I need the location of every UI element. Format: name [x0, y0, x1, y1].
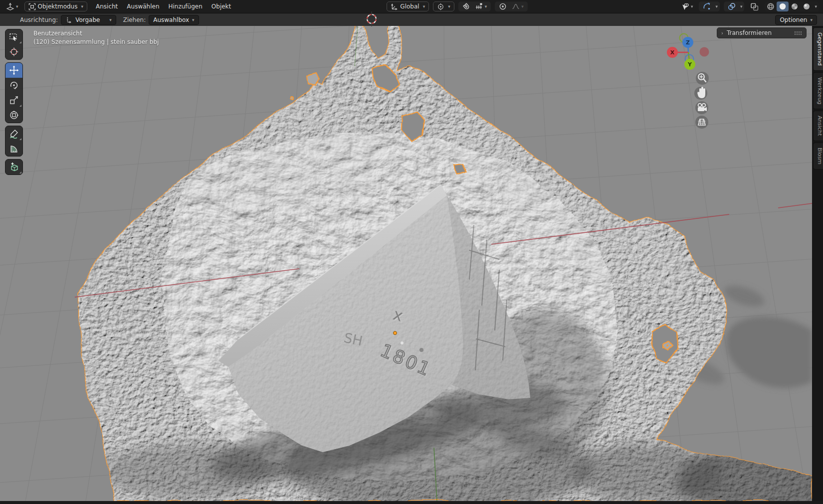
- drag-action-dropdown[interactable]: Auswahlbox ▾: [149, 15, 199, 25]
- tab-werkzeug[interactable]: Werkzeug: [813, 72, 823, 109]
- proportional-edit-group: ▾: [495, 1, 528, 11]
- orientation-preset-icon: [65, 16, 72, 23]
- add-cube-icon: [9, 162, 19, 172]
- chevron-down-icon: ▾: [192, 17, 195, 22]
- shading-mode-group: ▾: [765, 1, 819, 11]
- show-object-types-dropdown[interactable]: ▾: [679, 1, 695, 12]
- tool-scale[interactable]: [5, 93, 22, 108]
- orientation-label: Ausrichtung:: [20, 16, 58, 23]
- proportional-edit-icon: [499, 2, 507, 10]
- orientation-preset-value: Vorgabe: [75, 16, 106, 23]
- magnet-icon: [462, 2, 470, 10]
- menu-auswaehlen[interactable]: Auswählen: [122, 1, 164, 11]
- menu-hinzufuegen[interactable]: Hinzufügen: [164, 1, 207, 11]
- select-box-icon: [9, 32, 19, 42]
- gizmos-toggle[interactable]: [701, 1, 713, 11]
- blender-window: { "header": { "mode_label": "Objektmodus…: [0, 0, 823, 504]
- orientation-preset-dropdown[interactable]: Vorgabe ▾: [61, 15, 116, 25]
- camera-view-button[interactable]: [695, 101, 708, 114]
- overlays-icon: [728, 2, 736, 10]
- viewport-canvas[interactable]: x x SH 1801 1801 Z X Y: [0, 26, 823, 501]
- gizmo-label-y: Y: [687, 61, 692, 68]
- gizmo-label-z: Z: [686, 39, 690, 46]
- drag-action-value: Auswahlbox: [153, 16, 189, 23]
- cursor-3d: [362, 9, 381, 28]
- chevron-down-icon: ▾: [715, 4, 718, 9]
- orientation-axes-icon: [391, 3, 398, 10]
- wireframe-sphere-icon: [767, 2, 775, 10]
- cursor-tool-icon: [9, 47, 19, 57]
- transform-panel-header[interactable]: › Transformieren: [717, 27, 807, 38]
- zoom-button[interactable]: [696, 72, 709, 85]
- tool-select-box[interactable]: [5, 29, 22, 44]
- options-dropdown[interactable]: Optionen ▾: [775, 15, 817, 25]
- view-name-overlay: Benutzeransicht: [33, 30, 82, 37]
- tab-gegenstand[interactable]: Gegenstand: [813, 27, 823, 71]
- snapping-group: ▾: [458, 1, 491, 11]
- measure-icon: [9, 144, 19, 154]
- snap-increment-icon: [475, 2, 483, 10]
- chevron-down-icon: ▾: [448, 4, 450, 9]
- shading-material-button[interactable]: [789, 1, 801, 11]
- overlays-toggle[interactable]: [726, 1, 738, 11]
- tab-ansicht[interactable]: Ansicht: [813, 111, 823, 141]
- shading-rendered-button[interactable]: [801, 1, 813, 11]
- tool-annotate[interactable]: [5, 126, 22, 141]
- mode-dropdown[interactable]: Objektmodus ▾: [24, 1, 87, 11]
- transform-orientation-dropdown[interactable]: Global ▾: [387, 1, 429, 11]
- chevron-down-icon: ▾: [691, 4, 693, 9]
- mode-dropdown-label: Objektmodus: [38, 3, 78, 10]
- move-icon: [9, 65, 19, 75]
- chevron-down-icon: ▾: [81, 4, 83, 9]
- chevron-down-icon: ▾: [485, 4, 487, 9]
- shading-wireframe-button[interactable]: [765, 1, 777, 11]
- tool-move[interactable]: [5, 63, 22, 78]
- scale-icon: [9, 95, 19, 105]
- tool-transform[interactable]: [5, 108, 22, 123]
- tool-rotate[interactable]: [5, 78, 22, 93]
- pivot-point-icon: [437, 3, 444, 10]
- gizmo-icon: [703, 2, 711, 10]
- snap-target-dropdown[interactable]: ▾: [473, 1, 489, 11]
- material-sphere-icon: [791, 2, 799, 10]
- chevron-down-icon: ▾: [521, 4, 524, 9]
- chevron-down-icon: ▾: [16, 4, 18, 9]
- tool-add-cube[interactable]: [5, 160, 22, 174]
- editor-3d-viewport-icon: [6, 2, 14, 11]
- panel-grip-icon[interactable]: [794, 31, 802, 35]
- island-origin-dot: [666, 346, 668, 348]
- gizmo-axis-x-neg[interactable]: [700, 47, 709, 57]
- tab-blosm[interactable]: Blosm: [813, 143, 823, 169]
- object-mode-icon: [28, 3, 36, 10]
- perspective-toggle-button[interactable]: [695, 116, 708, 129]
- editor-type-button[interactable]: ▾: [4, 1, 20, 12]
- chevron-down-icon: ▾: [810, 17, 813, 22]
- status-bar: [0, 501, 823, 504]
- proportional-falloff-dropdown[interactable]: ▾: [510, 1, 526, 11]
- shading-solid-button[interactable]: [777, 1, 789, 11]
- xray-toggle[interactable]: [748, 1, 761, 12]
- menu-objekt[interactable]: Objekt: [207, 1, 235, 11]
- transform-icon: [9, 110, 19, 120]
- annotate-pencil-icon: [9, 129, 19, 139]
- proportional-edit-toggle[interactable]: [497, 1, 509, 11]
- chevron-down-icon: ▾: [423, 4, 425, 9]
- gizmos-toggle-group: ▾: [699, 1, 720, 11]
- tool-settings-bar: Ausrichtung: Vorgabe ▾ Ziehen: Auswahlbo…: [0, 13, 823, 26]
- snap-toggle[interactable]: [460, 1, 472, 11]
- viewport-header: ▾ Objektmodus ▾ Ansicht Auswählen Hinzuf…: [0, 0, 823, 13]
- drag-label: Ziehen:: [123, 16, 146, 23]
- chevron-down-icon[interactable]: ▾: [815, 4, 817, 9]
- transform-panel-title: Transformieren: [727, 29, 772, 36]
- rotate-icon: [9, 80, 19, 90]
- solid-sphere-icon: [779, 2, 787, 10]
- tool-cursor[interactable]: [5, 44, 22, 59]
- menu-ansicht[interactable]: Ansicht: [91, 1, 122, 11]
- context-info-overlay: (120) Szenensammlung | stein sauber bbj: [33, 38, 159, 45]
- falloff-curve-icon: [512, 2, 520, 10]
- toolbar: [5, 29, 23, 177]
- pivot-point-dropdown[interactable]: ▾: [433, 1, 454, 11]
- tool-measure[interactable]: [5, 141, 22, 156]
- pan-button[interactable]: [694, 87, 707, 100]
- gizmo-label-x: X: [670, 49, 675, 56]
